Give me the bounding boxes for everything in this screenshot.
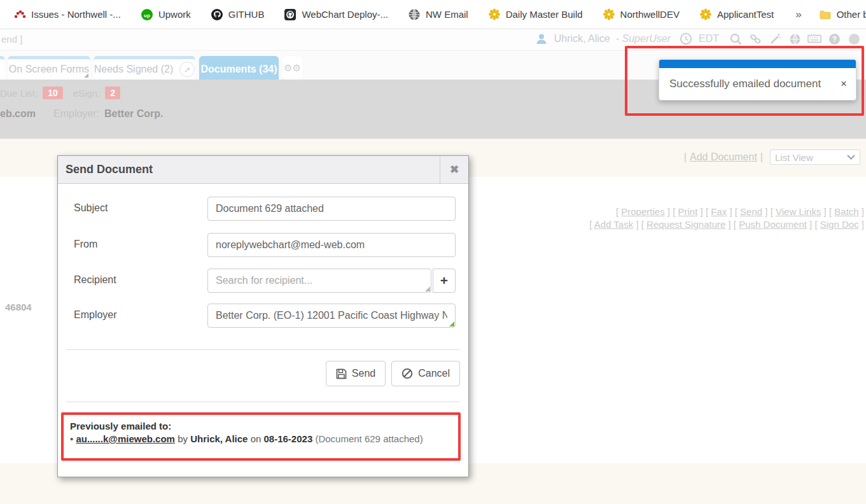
- folder-icon: [820, 9, 831, 20]
- bracket: [: [673, 206, 675, 217]
- recipient-search-input[interactable]: [207, 269, 431, 293]
- bookmark-daily-master-build[interactable]: Daily Master Build: [489, 9, 583, 20]
- history-note: (Document 629 attached): [315, 433, 423, 444]
- bookmark-northwelldev[interactable]: NorthwellDEV: [603, 9, 680, 20]
- bracket: ]: [729, 206, 732, 217]
- open-in-new-icon[interactable]: ➚: [179, 62, 195, 77]
- bookmark-label: GITHUB: [228, 9, 265, 20]
- modal-close-button[interactable]: ✖: [440, 156, 468, 183]
- action-view-links[interactable]: View Links: [776, 206, 821, 217]
- success-toast: Successfully emailed document ×: [659, 59, 856, 101]
- divider: [66, 349, 460, 350]
- action-request-signature[interactable]: Request Signature: [646, 219, 725, 230]
- bookmark-label: NorthwellDEV: [620, 9, 680, 20]
- previously-emailed-annotation: Previously emailed to: • au......k@miewe…: [61, 412, 461, 461]
- recipient-row: Recipient +: [58, 269, 468, 293]
- github-icon: [211, 9, 223, 20]
- view-select[interactable]: List View: [770, 150, 860, 165]
- toast-accent-bar: [659, 60, 856, 68]
- esign-count-badge[interactable]: 2: [105, 87, 120, 99]
- action-sign-doc[interactable]: Sign Doc: [820, 219, 859, 230]
- tab-label: Documents (34): [200, 64, 277, 75]
- modal-header[interactable]: Send Document ✖: [58, 156, 468, 184]
- bracket: [: [829, 206, 832, 217]
- gear-yellow-icon: [700, 9, 711, 20]
- bookmark-github[interactable]: GITHUB: [211, 9, 265, 20]
- history-by: by: [178, 433, 188, 444]
- bracket: ]: [824, 206, 827, 217]
- add-document-link[interactable]: Add Document: [690, 151, 757, 163]
- cancel-button[interactable]: Cancel: [391, 361, 460, 386]
- action-print[interactable]: Print: [678, 206, 698, 217]
- user-role: - SuperUser: [616, 33, 671, 45]
- employer-input[interactable]: [207, 304, 456, 328]
- bracket: ]: [862, 219, 864, 230]
- bookmarks-overflow-chevron[interactable]: »: [795, 8, 801, 21]
- globe-icon[interactable]: [788, 32, 802, 46]
- bookmark-label: Other bookmarks: [837, 9, 866, 20]
- bracket: ]: [862, 206, 864, 217]
- pipe: |: [684, 151, 687, 163]
- action-send[interactable]: Send: [740, 206, 762, 217]
- tab-label: On Screen Forms: [9, 64, 89, 75]
- bracket: ]: [729, 219, 731, 230]
- history-sender: Uhrick, Alice: [190, 433, 248, 444]
- tab-needs-signed[interactable]: Needs Signed (2) ➚: [94, 56, 195, 80]
- resize-grip-icon[interactable]: [425, 286, 430, 291]
- tab-documents[interactable]: Documents (34): [199, 56, 279, 80]
- header-left-fragment: end ]: [1, 34, 22, 45]
- bracket: [: [589, 219, 592, 230]
- bookmark-webchart-deploy[interactable]: WebChart Deploy-...: [284, 9, 388, 20]
- subject-input[interactable]: [207, 197, 456, 221]
- upwork-icon: up: [141, 9, 153, 20]
- divider: [66, 402, 460, 402]
- toast-body: Successfully emailed document ×: [659, 68, 856, 100]
- due-list-row: Due List: 10 eSign: 2: [0, 85, 130, 101]
- send-button-label: Send: [352, 368, 375, 379]
- from-input[interactable]: [207, 233, 456, 257]
- view-select-value: List View: [775, 152, 813, 163]
- bracket: ]: [667, 206, 670, 217]
- due-list-count-badge[interactable]: 10: [43, 87, 63, 99]
- bracket: [: [641, 219, 644, 230]
- recipient-label: Recipient: [74, 274, 116, 286]
- bookmarks-bar: Issues - Northwell -... up Upwork GITHUB…: [0, 0, 866, 29]
- bracket: ]: [636, 219, 638, 230]
- keyboard-icon[interactable]: [807, 32, 821, 46]
- action-push-document[interactable]: Push Document: [739, 219, 807, 230]
- bracket: [: [814, 219, 817, 230]
- employer-value: Better Corp.: [104, 108, 163, 120]
- bookmark-label: WebChart Deploy-...: [302, 9, 388, 20]
- action-properties[interactable]: Properties: [621, 206, 664, 217]
- tab-corner-grip: [84, 73, 88, 78]
- history-date: 08-16-2023: [264, 433, 313, 444]
- action-add-task[interactable]: Add Task: [594, 219, 633, 230]
- history-email-link[interactable]: au......k@mieweb.com: [76, 433, 175, 444]
- toast-message: Successfully emailed document: [669, 78, 821, 90]
- search-icon[interactable]: [729, 32, 743, 46]
- globe-dark-icon: [409, 9, 420, 20]
- bookmark-upwork[interactable]: up Upwork: [141, 9, 191, 20]
- action-fax[interactable]: Fax: [711, 206, 727, 217]
- patient-info-row: eb.com Employer: Better Corp.: [0, 106, 164, 122]
- employer-label: Employer:: [53, 108, 99, 120]
- action-batch[interactable]: Batch: [834, 206, 858, 217]
- tab-settings-button[interactable]: ⚙⚙: [282, 56, 303, 80]
- cancel-button-label: Cancel: [418, 368, 450, 379]
- link-icon[interactable]: [748, 32, 762, 46]
- header-right-cluster: Uhrick, Alice - SuperUser EDT ?: [534, 32, 861, 46]
- help-icon[interactable]: ?: [827, 32, 841, 46]
- wand-icon[interactable]: [768, 32, 782, 46]
- resize-grip-green-icon[interactable]: [449, 321, 454, 326]
- send-button[interactable]: Send: [326, 361, 386, 386]
- bracket: [: [734, 219, 736, 230]
- toast-close-button[interactable]: ×: [835, 78, 847, 90]
- other-bookmarks[interactable]: Other bookmarks: [820, 9, 866, 20]
- bookmark-issues-northwell[interactable]: Issues - Northwell -...: [14, 9, 121, 20]
- bookmark-nw-email[interactable]: NW Email: [409, 9, 468, 20]
- user-name[interactable]: Uhrick, Alice: [554, 33, 610, 45]
- bookmark-applicanttest[interactable]: ApplicantTest: [700, 9, 774, 20]
- tab-on-screen-forms[interactable]: On Screen Forms: [8, 56, 90, 80]
- history-item: • au......k@mieweb.com by Uhrick, Alice …: [70, 433, 450, 444]
- add-recipient-button[interactable]: +: [433, 269, 456, 293]
